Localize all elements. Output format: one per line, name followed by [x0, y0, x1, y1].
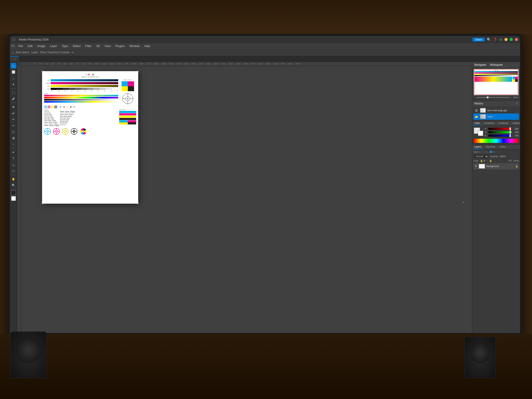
- rainbow-bar-cmyk-grid: [119, 120, 136, 124]
- bp-60: [75, 88, 81, 90]
- b-slider-row: B 230: [485, 134, 518, 137]
- history-item-2[interactable]: 📂 Open: [473, 114, 519, 120]
- left-toolbar: ↖ ⬜ ⌓ ✦ ⛶ 💉 ⊕ 🖌 ✏ ↩ ◻ ▥ ○ ✒: [10, 62, 17, 339]
- menu-select[interactable]: Select: [71, 44, 83, 48]
- menu-view[interactable]: View: [103, 44, 113, 48]
- dodge-tool[interactable]: ○: [11, 141, 16, 147]
- nav-zoom-thumb[interactable]: [487, 96, 489, 98]
- quick-select-tool[interactable]: ✦: [11, 82, 16, 87]
- r-slider-track[interactable]: [488, 128, 512, 130]
- main-area: ↖ ⬜ ⌓ ✦ ⛶ 💉 ⊕ 🖌 ✏ ↩ ◻ ▥ ○ ✒: [10, 62, 520, 339]
- layer-item-background[interactable]: 👁 Background 🔒: [473, 163, 519, 169]
- gradient-tool[interactable]: ▥: [11, 135, 16, 141]
- type-tool[interactable]: T: [11, 156, 16, 161]
- bp-90: [57, 88, 63, 90]
- layer-visibility-icon[interactable]: 👁: [474, 165, 477, 168]
- document-tab-close[interactable]: ×: [15, 58, 16, 61]
- text-24px-2: Text Size 24px: [60, 113, 75, 115]
- pattern-row: ✻ ✻ ✻ ✻ ✻: [44, 105, 136, 108]
- healing-brush-tool[interactable]: ⊕: [11, 104, 16, 110]
- b-slider-thumb[interactable]: [509, 134, 511, 137]
- cmyk-square-grid: [122, 81, 134, 91]
- lock-label: Lock:: [473, 159, 479, 162]
- cmyk-calibration-page: CMYK MARK CALIBRATION: [42, 71, 138, 204]
- options-bar: ⌂ Auto Select Lasso Show Transform Contr…: [10, 49, 520, 56]
- cursor-indicator: +: [462, 201, 464, 204]
- color-spectrum-bar[interactable]: [474, 139, 518, 143]
- g-value: 230: [513, 131, 518, 134]
- menu-image[interactable]: Image: [35, 44, 48, 48]
- move-tool[interactable]: ↖: [11, 63, 16, 69]
- more-options-icon[interactable]: •••: [71, 51, 74, 54]
- home-icon[interactable]: ⌂: [12, 51, 14, 54]
- document-tab[interactable]: ×: [10, 56, 19, 62]
- svg-point-23: [65, 131, 66, 132]
- text-and-rainbow-section: Text Sizes Text Size 6px Text Size 8px T…: [44, 109, 136, 127]
- bp-0: [112, 88, 118, 90]
- color-tab[interactable]: Color: [472, 121, 482, 126]
- settings-icon[interactable]: ⚙: [499, 38, 502, 42]
- close-button[interactable]: ×: [515, 38, 518, 41]
- maximize-button[interactable]: □: [510, 38, 513, 41]
- menu-help[interactable]: Help: [142, 44, 152, 48]
- minimize-button[interactable]: −: [504, 38, 508, 41]
- eraser-tool[interactable]: ◻: [11, 129, 16, 135]
- clone-stamp-tool[interactable]: ✏: [11, 116, 16, 122]
- bp-70: [69, 88, 75, 90]
- blend-opacity-row: Normal Opacity: 100%: [473, 154, 519, 159]
- color-bars-column: Cyan Magenta: [44, 79, 118, 92]
- navigator-panel-header[interactable]: Navigator Histogram: [472, 62, 520, 68]
- menu-file[interactable]: File: [16, 44, 25, 48]
- crop-tool[interactable]: ⛶: [11, 90, 16, 95]
- gradient-section-label: Gradient: [44, 93, 118, 94]
- zoom-out-icon[interactable]: −: [474, 96, 476, 99]
- help-icon[interactable]: ❓: [493, 38, 497, 42]
- history-brush-tool[interactable]: ↩: [11, 123, 16, 128]
- zoom-in-icon[interactable]: +: [511, 96, 512, 99]
- menu-plugins[interactable]: Plugins: [113, 44, 127, 48]
- canvas-area[interactable]: CMYK MARK CALIBRATION: [21, 66, 472, 339]
- patterns-tab[interactable]: Patterns: [511, 121, 520, 126]
- search-icon[interactable]: 🔍: [487, 38, 491, 42]
- history-options-icon[interactable]: ☰: [516, 102, 518, 105]
- menu-edit[interactable]: Edit: [26, 44, 35, 48]
- menu-filter[interactable]: Filter: [83, 44, 94, 48]
- brush-tool[interactable]: 🖌: [11, 110, 16, 116]
- blend-mode-select[interactable]: Normal: [473, 154, 489, 159]
- background-color-swatch[interactable]: [11, 196, 16, 201]
- eyedropper-tool[interactable]: 💉: [11, 96, 16, 102]
- menu-window[interactable]: Window: [127, 44, 142, 48]
- gradients-tab[interactable]: Gradients: [496, 121, 511, 126]
- menu-layer[interactable]: Layer: [48, 44, 59, 48]
- hand-tool[interactable]: ✋: [11, 176, 16, 182]
- r-slider-thumb[interactable]: [509, 127, 511, 130]
- history-panel-header[interactable]: History ☰: [472, 101, 520, 106]
- bp-30: [93, 88, 99, 90]
- marquee-tool[interactable]: ⬜: [11, 69, 16, 75]
- background-swatch[interactable]: [478, 131, 483, 136]
- b-slider-track[interactable]: [488, 135, 512, 137]
- text-28px-2: Text Size 28px: [60, 110, 75, 113]
- paths-tab[interactable]: Paths: [497, 145, 508, 149]
- pen-tool[interactable]: ✒: [11, 149, 16, 155]
- magenta-gradient-bar: [51, 82, 118, 84]
- menu-3d[interactable]: 3D: [94, 44, 102, 48]
- g-slider-track[interactable]: [488, 131, 512, 133]
- nav-zoom-slider[interactable]: [477, 97, 510, 98]
- lasso-tool[interactable]: ⌓: [11, 75, 16, 81]
- shape-tool[interactable]: ⬡: [11, 168, 16, 174]
- share-button[interactable]: Share: [473, 38, 485, 42]
- g-slider-thumb[interactable]: [509, 131, 511, 134]
- cmyk-subtitle: MARK CALIBRATION: [44, 76, 136, 78]
- channels-tab[interactable]: Channels: [483, 145, 497, 149]
- zoom-tool[interactable]: 🔍: [11, 182, 16, 188]
- path-tool[interactable]: △: [11, 162, 16, 168]
- history-item-1[interactable]: 🖼 test cmyk page.jpg: [473, 107, 519, 114]
- swatches-tab[interactable]: Swatches: [482, 121, 496, 126]
- history-label-1: test cmyk page.jpg: [487, 109, 507, 112]
- right-speaker-cone: [470, 342, 490, 363]
- foreground-color-swatch[interactable]: [11, 190, 16, 195]
- text-sizes-section: Text Sizes Text Size 6px Text Size 8px T…: [44, 109, 118, 127]
- layers-tab[interactable]: Layers: [472, 145, 483, 149]
- menu-type[interactable]: Type: [60, 44, 70, 48]
